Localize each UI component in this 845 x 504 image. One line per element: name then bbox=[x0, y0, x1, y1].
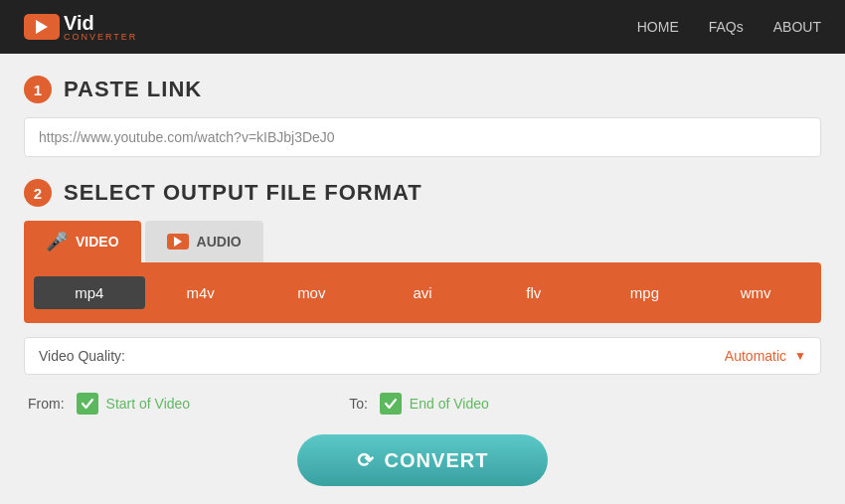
logo-box bbox=[24, 14, 60, 40]
format-avi[interactable]: avi bbox=[367, 276, 478, 309]
step2-title: SELECT OUTPUT FILE FORMAT bbox=[64, 180, 422, 206]
logo: Vid CONVERTER bbox=[24, 13, 137, 42]
quality-label: Video Quality: bbox=[39, 348, 125, 364]
to-check-icon bbox=[380, 393, 402, 415]
nav-about[interactable]: ABOUT bbox=[773, 19, 821, 35]
url-input-wrap[interactable] bbox=[24, 117, 821, 157]
tab-audio-label: AUDIO bbox=[197, 234, 242, 250]
format-mp4[interactable]: mp4 bbox=[34, 276, 145, 309]
step2-header: 2 SELECT OUTPUT FILE FORMAT bbox=[24, 179, 821, 207]
nav-home[interactable]: HOME bbox=[637, 19, 679, 35]
tab-video[interactable]: 🎤 VIDEO bbox=[24, 221, 141, 262]
logo-vid-text: Vid bbox=[64, 13, 137, 33]
nav-faqs[interactable]: FAQs bbox=[709, 19, 744, 35]
quality-dropdown-arrow: ▼ bbox=[794, 349, 806, 363]
format-mpg[interactable]: mpg bbox=[590, 276, 701, 309]
quality-bar[interactable]: Video Quality: Automatic ▼ bbox=[24, 337, 821, 375]
format-box: mp4 m4v mov avi flv mpg wmv bbox=[24, 262, 821, 323]
format-m4v[interactable]: m4v bbox=[145, 276, 256, 309]
format-tabs: 🎤 VIDEO AUDIO bbox=[24, 221, 821, 262]
to-value: End of Video bbox=[410, 396, 489, 412]
main-content: 1 PASTE LINK 2 SELECT OUTPUT FILE FORMAT… bbox=[0, 54, 845, 504]
to-block: To: End of Video bbox=[349, 393, 489, 415]
play-small-icon bbox=[174, 237, 182, 247]
refresh-icon: ⟳ bbox=[357, 448, 375, 472]
logo-converter-text: CONVERTER bbox=[64, 33, 137, 42]
format-section: 🎤 VIDEO AUDIO mp4 m4v mov avi flv mpg wm… bbox=[24, 221, 821, 323]
checkmark-svg bbox=[81, 397, 94, 411]
play-icon-box bbox=[167, 234, 189, 250]
quality-value-text: Automatic bbox=[725, 348, 786, 364]
step1-circle: 1 bbox=[24, 76, 52, 103]
convert-button[interactable]: ⟳ CONVERT bbox=[297, 434, 549, 486]
logo-name: Vid CONVERTER bbox=[64, 13, 137, 42]
tab-audio[interactable]: AUDIO bbox=[145, 221, 263, 262]
step2-circle: 2 bbox=[24, 179, 52, 207]
to-checkmark-svg bbox=[384, 397, 398, 411]
nav: HOME FAQs ABOUT bbox=[637, 19, 821, 35]
url-input[interactable] bbox=[39, 129, 806, 145]
to-label: To: bbox=[349, 396, 368, 412]
logo-play-icon bbox=[36, 20, 48, 34]
tab-video-label: VIDEO bbox=[76, 234, 119, 250]
step1-header: 1 PASTE LINK bbox=[24, 76, 821, 103]
from-check-icon bbox=[77, 393, 98, 415]
convert-btn-wrap: ⟳ CONVERT bbox=[24, 434, 821, 486]
header: Vid CONVERTER HOME FAQs ABOUT bbox=[0, 0, 845, 54]
format-mov[interactable]: mov bbox=[255, 276, 367, 309]
from-value: Start of Video bbox=[106, 396, 191, 412]
from-label: From: bbox=[28, 396, 65, 412]
format-options: mp4 m4v mov avi flv mpg wmv bbox=[34, 276, 811, 309]
step1-title: PASTE LINK bbox=[64, 77, 202, 102]
format-wmv[interactable]: wmv bbox=[700, 276, 811, 309]
from-block: From: Start of Video bbox=[28, 393, 190, 415]
mic-icon: 🎤 bbox=[46, 231, 68, 252]
from-to-row: From: Start of Video To: End of Video bbox=[24, 393, 821, 415]
quality-value-wrap: Automatic ▼ bbox=[725, 348, 806, 364]
convert-button-label: CONVERT bbox=[385, 449, 489, 472]
format-flv[interactable]: flv bbox=[478, 276, 590, 309]
